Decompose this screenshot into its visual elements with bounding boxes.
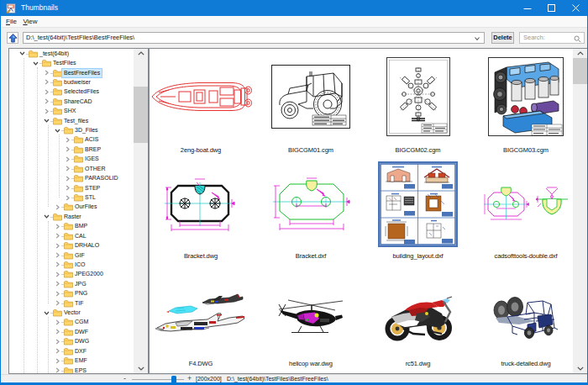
tree-item-sharecad[interactable]: ShareCAD	[9, 97, 135, 107]
tree-item-selectedfiles[interactable]: SelectedFiles	[9, 87, 135, 97]
tree-item-step[interactable]: STEP	[9, 183, 135, 193]
chevron-collapsed-icon[interactable]	[44, 70, 50, 76]
delete-button[interactable]: Delete	[491, 32, 514, 44]
tree-scroll-down-arrow[interactable]	[134, 364, 148, 373]
thumbnail-image-truck-detailed-dwg[interactable]	[487, 291, 564, 341]
chevron-expanded-icon[interactable]	[44, 310, 50, 316]
thumbnail-caption[interactable]: Bracket.dwg	[149, 252, 255, 261]
thumbnail-caption[interactable]: truck-detailed.dwg	[471, 360, 580, 368]
tree-item-budweiser[interactable]: budweiser	[9, 77, 135, 87]
tree-item-tif[interactable]: TIF	[9, 298, 135, 309]
chevron-expanded-icon[interactable]	[55, 128, 60, 134]
chevron-collapsed-icon[interactable]	[55, 291, 60, 297]
chevron-collapsed-icon[interactable]	[55, 281, 60, 287]
chevron-collapsed-icon[interactable]	[55, 367, 60, 373]
thumbnail-caption[interactable]: Bracket.dxf	[256, 252, 365, 261]
zoom-out-button[interactable]: -	[123, 375, 126, 383]
thumbnail-caption[interactable]: 2eng-boat.dwg	[149, 146, 255, 155]
close-button[interactable]	[564, 0, 588, 16]
tree-item-test-files[interactable]: Test_files	[9, 116, 135, 126]
tree-item-3d-files[interactable]: 3D_Files	[9, 125, 135, 135]
folder-up-button[interactable]	[7, 32, 18, 44]
thumbs-scrollbar[interactable]	[573, 49, 587, 373]
tree-item-emf[interactable]: EMF	[9, 356, 135, 366]
chevron-collapsed-icon[interactable]	[55, 329, 60, 335]
zoom-slider-thumb[interactable]	[171, 376, 176, 383]
chevron-collapsed-icon[interactable]	[44, 98, 50, 104]
tree-item-stl[interactable]: STL	[9, 192, 135, 203]
tree-item-drhalo[interactable]: DRHALO	[9, 240, 135, 251]
thumbnail-image-bracket-dwg[interactable]	[161, 177, 241, 231]
tree-item-shx[interactable]: SHX	[9, 106, 135, 116]
thumbnail-caption[interactable]: rc51.dwg	[364, 360, 473, 368]
maximize-button[interactable]	[539, 0, 564, 16]
thumbs-scroll-down-arrow[interactable]	[573, 364, 587, 373]
thumbnail-image-bigcgm02-cgm[interactable]	[386, 57, 450, 136]
thumbnail-caption[interactable]: BIGCGM02.cgm	[364, 146, 473, 155]
tree-item-png[interactable]: PNG	[9, 288, 135, 298]
address-combobox[interactable]: D:\_test(64bit)\TestFiles\BestFreeFiles\	[23, 32, 485, 44]
chevron-collapsed-icon[interactable]	[65, 166, 71, 171]
tree-item-ourfiles[interactable]: OurFiles	[9, 202, 135, 212]
thumbnail-caption[interactable]: BIGCGM01.cgm	[256, 146, 365, 155]
zoom-in-button[interactable]: +	[187, 375, 192, 383]
thumbnail-image-bigcgm03-cgm[interactable]	[488, 57, 564, 136]
thumbnail-image-building-layout-dxf[interactable]	[380, 163, 456, 245]
thumbnail-image-bigcgm01-cgm[interactable]	[271, 65, 350, 129]
tree-item--test-64bit-[interactable]: _test(64bit)	[9, 49, 135, 59]
chevron-collapsed-icon[interactable]	[55, 272, 60, 277]
tree-item-cal[interactable]: CAL	[9, 231, 135, 241]
search-input[interactable]: Search:	[519, 32, 585, 44]
tree-scroll-up-arrow[interactable]	[134, 49, 148, 58]
thumbnail-image-rc51-dwg[interactable]	[380, 288, 457, 344]
thumbnail-caption[interactable]: building_layout.dxf	[364, 252, 473, 261]
chevron-collapsed-icon[interactable]	[44, 108, 50, 114]
tree-item-vector[interactable]: Vector	[9, 308, 135, 318]
tree-item-gif[interactable]: GIF	[9, 251, 135, 261]
tree-item-ico[interactable]: ICO	[9, 260, 135, 270]
thumbs-scrollbar-thumb[interactable]	[573, 58, 587, 84]
thumbnail-caption[interactable]: BIGCGM03.cgm	[471, 146, 580, 155]
chevron-collapsed-icon[interactable]	[65, 185, 71, 191]
tree-item-jpeg2000[interactable]: JPEG2000	[9, 269, 135, 279]
chevron-collapsed-icon[interactable]	[55, 243, 60, 249]
tree-item-dwg[interactable]: DWG	[9, 336, 135, 346]
chevron-collapsed-icon[interactable]	[65, 146, 71, 152]
thumbnail-image-cadsofttools-double-dxf[interactable]	[484, 187, 568, 222]
tree-item-jpg[interactable]: JPG	[9, 279, 135, 289]
menu-view[interactable]: View	[22, 16, 39, 28]
thumbnail-image-helicop-war-dwg[interactable]	[276, 292, 345, 340]
chevron-collapsed-icon[interactable]	[65, 176, 71, 182]
tree-scrollbar-thumb[interactable]	[134, 87, 148, 143]
tree-item-brep[interactable]: BREP	[9, 145, 135, 155]
thumbnail-caption[interactable]: helicop war.dwg	[256, 360, 365, 368]
chevron-collapsed-icon[interactable]	[55, 358, 60, 364]
tree-item-testfiles[interactable]: TestFiles	[9, 58, 135, 68]
chevron-expanded-icon[interactable]	[44, 118, 50, 124]
chevron-expanded-icon[interactable]	[44, 214, 50, 219]
tree-item-bmp[interactable]: BMP	[9, 221, 135, 231]
tree-item-bestfreefiles[interactable]: BestFreeFiles	[9, 68, 135, 78]
thumbnail-caption[interactable]: F4.DWG	[149, 360, 255, 368]
tree-item-acis[interactable]: ACIS	[9, 134, 135, 145]
chevron-collapsed-icon[interactable]	[55, 233, 60, 239]
tree-item-dwf[interactable]: DWF	[9, 327, 135, 337]
chevron-collapsed-icon[interactable]	[44, 79, 50, 85]
tree-scrollbar[interactable]	[134, 49, 148, 373]
chevron-collapsed-icon[interactable]	[55, 319, 60, 325]
chevron-collapsed-icon[interactable]	[65, 195, 71, 201]
tree-item-eps[interactable]: EPS	[9, 366, 135, 374]
chevron-collapsed-icon[interactable]	[55, 224, 60, 229]
thumbnail-image-f4-dwg[interactable]	[155, 291, 246, 341]
chevron-expanded-icon[interactable]	[19, 50, 25, 56]
tree-item-raster[interactable]: Raster	[9, 212, 135, 222]
chevron-collapsed-icon[interactable]	[55, 252, 60, 258]
tree-item-other[interactable]: OTHER	[9, 164, 135, 174]
chevron-down-icon[interactable]	[474, 35, 480, 42]
tree-item-dxf[interactable]: DXF	[9, 346, 135, 356]
thumbs-scroll-up-arrow[interactable]	[573, 49, 587, 58]
thumbnail-image-bracket-dxf[interactable]	[270, 177, 352, 231]
tree-item-iges[interactable]: IGES	[9, 154, 135, 164]
chevron-collapsed-icon[interactable]	[55, 348, 60, 354]
tree-item-cgm[interactable]: CGM	[9, 317, 135, 327]
